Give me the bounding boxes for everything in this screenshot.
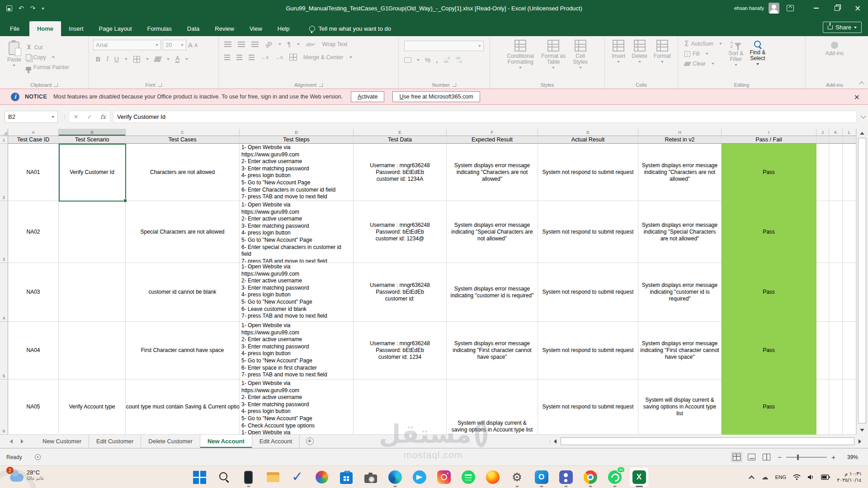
column-header-d[interactable]: D xyxy=(240,129,354,136)
cell-C2[interactable]: Characters are not allowed xyxy=(126,144,240,201)
cancel-icon[interactable]: ✕ xyxy=(69,113,83,120)
cell-J5[interactable] xyxy=(816,322,829,380)
autosum-button[interactable]: ΣAutoSum xyxy=(684,39,722,49)
merge-center-button[interactable]: Merge & Center xyxy=(303,54,343,61)
align-top-icon[interactable] xyxy=(224,42,231,47)
font-color-icon[interactable]: A xyxy=(175,56,179,63)
bold-button[interactable]: B xyxy=(96,56,100,63)
decrease-decimal-icon[interactable]: .00 →.0 xyxy=(455,56,462,64)
zoom-level[interactable]: 39% xyxy=(843,454,858,460)
column-header-a[interactable]: A xyxy=(8,129,59,136)
scroll-down-icon[interactable] xyxy=(858,427,866,434)
cell-L6[interactable] xyxy=(843,380,856,435)
language-indicator[interactable]: ENG xyxy=(775,474,786,480)
share-button[interactable]: Share xyxy=(823,22,862,33)
taskbar-teams[interactable] xyxy=(556,467,576,487)
increase-indent-icon[interactable]: →≡ xyxy=(275,55,283,60)
orientation-icon[interactable]: ab xyxy=(264,39,274,49)
column-header-k[interactable]: K xyxy=(829,129,843,136)
header-cell[interactable] xyxy=(829,136,843,144)
copy-button[interactable]: Copy xyxy=(26,52,69,62)
align-bottom-icon[interactable] xyxy=(251,42,259,47)
cell-B5[interactable] xyxy=(59,322,126,380)
row-header-5[interactable]: 5 xyxy=(0,322,8,380)
increase-decimal-icon[interactable]: ←.0 .00 xyxy=(443,56,450,64)
zoom-slider[interactable] xyxy=(786,457,827,458)
onedrive-cloud-icon[interactable]: ☁ xyxy=(761,473,768,481)
column-header-e[interactable]: E xyxy=(354,129,447,136)
cell-I5[interactable]: Pass xyxy=(722,322,816,380)
save-icon[interactable] xyxy=(6,5,12,11)
header-cell[interactable] xyxy=(816,136,829,144)
header-cell[interactable]: Test Data xyxy=(354,136,447,144)
cell-K6[interactable] xyxy=(829,380,843,435)
sheet-tab-new-customer[interactable]: New Customer xyxy=(35,435,89,448)
cell-B3[interactable] xyxy=(59,201,126,263)
tab-review[interactable]: Review xyxy=(207,21,242,36)
italic-button[interactable]: I xyxy=(106,56,108,63)
number-format-combo[interactable] xyxy=(404,41,484,51)
find-select-button[interactable]: Find & Select xyxy=(750,41,766,69)
select-all-corner[interactable] xyxy=(0,129,8,136)
new-sheet-icon[interactable] xyxy=(306,437,314,445)
row-header-2[interactable]: 2 xyxy=(0,144,8,201)
taskbar-telegram[interactable] xyxy=(410,467,429,487)
undo-icon[interactable]: ↶ xyxy=(19,5,24,12)
cell-A2[interactable]: NA01 xyxy=(8,144,59,201)
cell-G3[interactable]: System not respond to submit request xyxy=(538,201,638,263)
scroll-left-icon[interactable] xyxy=(551,437,560,446)
comma-style-icon[interactable]: , xyxy=(436,56,438,64)
borders-icon[interactable] xyxy=(133,56,140,63)
column-header-g[interactable]: G xyxy=(538,129,638,136)
tab-data[interactable]: Data xyxy=(179,21,207,36)
normal-view-icon[interactable] xyxy=(733,454,741,460)
column-header-f[interactable]: F xyxy=(447,129,538,136)
qat-customize-icon[interactable]: ▾ xyxy=(42,6,44,11)
cell-F4[interactable]: System displays error message indicating… xyxy=(447,263,538,322)
cell-D5[interactable]: 1- Open Website via https://www.guru99.c… xyxy=(240,322,354,380)
format-as-table-button[interactable]: Format as Table xyxy=(541,40,566,69)
cell-J3[interactable] xyxy=(816,201,829,263)
cell-K2[interactable] xyxy=(829,144,843,201)
font-size-combo[interactable]: 20 xyxy=(163,40,186,50)
sheet-tab-delete-customer[interactable]: Delete Customer xyxy=(141,435,200,448)
battery-icon[interactable] xyxy=(821,474,830,480)
restore-button[interactable] xyxy=(826,0,847,16)
clear-button[interactable]: Clear xyxy=(684,59,722,69)
zoom-in-icon[interactable]: + xyxy=(831,453,835,461)
sort-filter-button[interactable]: A Z Sort & Filter xyxy=(728,41,743,69)
wrap-text-button[interactable]: Wrap Text xyxy=(322,41,348,47)
grow-font-icon[interactable]: A xyxy=(188,41,193,49)
font-dialog-launcher-icon[interactable] xyxy=(158,83,162,87)
tell-me-box[interactable]: Tell me what you want to do xyxy=(309,25,391,36)
taskbar-outlook[interactable]: O xyxy=(532,467,551,487)
font-name-combo[interactable]: Arial xyxy=(93,40,161,50)
activate-button[interactable]: Activate xyxy=(351,91,384,102)
header-cell[interactable]: Test Steps xyxy=(240,136,354,144)
weather-widget[interactable]: 2 28°C غائم غالبًا xyxy=(10,468,44,482)
cell-D6[interactable]: 1- Open Website via https://www.guru99.c… xyxy=(240,380,354,435)
taskbar-whatsapp[interactable]: 99 xyxy=(605,467,624,487)
minimize-button[interactable] xyxy=(806,0,826,16)
taskbar-settings[interactable]: ⚙ xyxy=(507,467,527,487)
header-cell[interactable]: Test Cases xyxy=(126,136,240,144)
insert-function-icon[interactable]: fx xyxy=(96,113,110,120)
name-box[interactable]: B2 xyxy=(5,111,58,123)
cell-C4[interactable]: customer id cannot be blank xyxy=(126,263,240,322)
row-header-3[interactable]: 3 xyxy=(0,201,8,263)
expand-formula-bar-icon[interactable] xyxy=(860,113,866,119)
cell-B2-active[interactable]: Verify Customer Id xyxy=(59,144,126,201)
account-name[interactable]: ehsan hanafy xyxy=(734,5,764,11)
paste-button[interactable]: Paste xyxy=(7,42,21,72)
insert-cells-button[interactable]: Insert xyxy=(612,40,625,63)
tab-home[interactable]: Home xyxy=(29,21,61,36)
fill-color-icon[interactable] xyxy=(154,56,162,62)
underline-button[interactable]: U xyxy=(114,56,119,63)
column-header-b[interactable]: B xyxy=(59,129,126,136)
row-header-6[interactable]: 6 xyxy=(0,380,8,435)
cell-A3[interactable]: NA02 xyxy=(8,201,59,263)
header-cell[interactable]: Test Scenario xyxy=(59,136,126,144)
wifi-icon[interactable] xyxy=(793,474,801,480)
tab-view[interactable]: View xyxy=(242,21,270,36)
cell-B6[interactable]: Verify Account type xyxy=(59,380,126,435)
